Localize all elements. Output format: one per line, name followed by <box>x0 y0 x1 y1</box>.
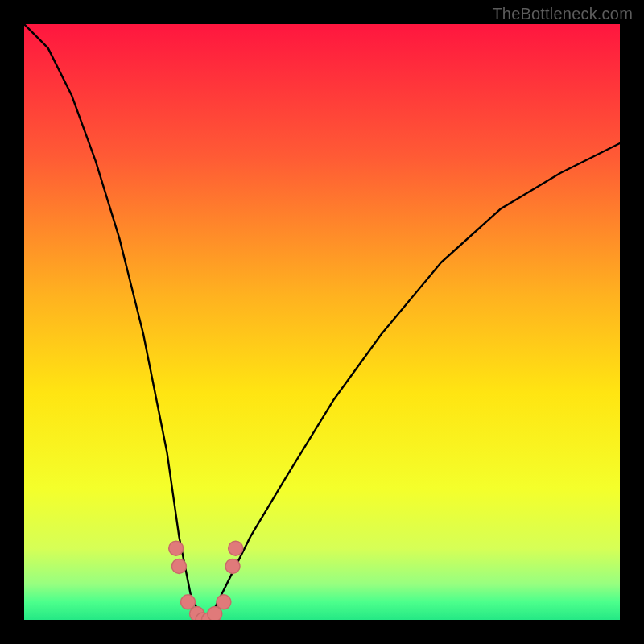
chart-frame: TheBottleneck.com <box>0 0 644 644</box>
watermark-text: TheBottleneck.com <box>492 5 633 23</box>
heatmap-gradient <box>24 24 620 620</box>
svg-rect-0 <box>24 24 620 620</box>
plot-area <box>24 24 620 620</box>
